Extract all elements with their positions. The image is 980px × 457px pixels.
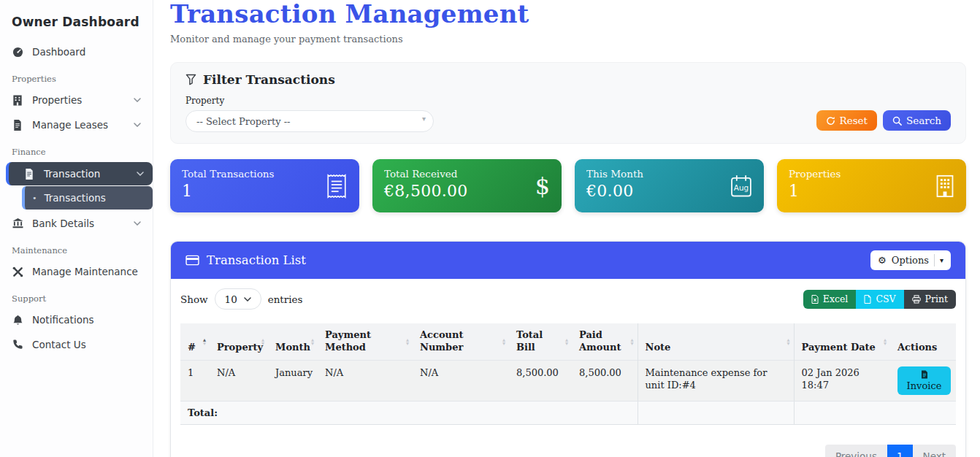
transaction-list-title: Transaction List	[185, 253, 306, 267]
total-date-cell	[794, 401, 890, 424]
chevron-down-icon	[137, 172, 144, 176]
page-size-value: 10	[225, 293, 237, 305]
column-header-payment-date[interactable]: Payment Date▴▾	[794, 323, 890, 360]
column-label: #	[188, 342, 196, 353]
refresh-icon	[826, 116, 835, 126]
sort-icon: ▴▾	[786, 338, 789, 345]
cell-month: January	[268, 360, 318, 401]
building-icon	[935, 174, 954, 198]
cell-account-number: N/A	[413, 360, 509, 401]
sidebar-item-dashboard[interactable]: Dashboard	[0, 39, 153, 64]
file-icon	[864, 295, 871, 304]
sidebar-item-contact-us[interactable]: Contact Us	[0, 332, 153, 357]
dollar-icon: $	[535, 174, 550, 198]
bullet-icon: •	[32, 193, 37, 203]
funnel-icon	[185, 74, 196, 85]
property-label: Property	[185, 96, 951, 106]
cell-actions: Invoice	[890, 360, 956, 401]
column-header-num[interactable]: #▴▾	[180, 323, 210, 360]
column-label: Note	[646, 342, 671, 353]
column-header-actions: Actions	[890, 323, 956, 360]
csv-button-label: CSV	[876, 293, 895, 304]
table-total-row: Total:	[180, 401, 956, 424]
column-label: Property	[217, 342, 263, 353]
stat-label: This Month	[586, 168, 752, 180]
cell-total-bill: 8,500.00	[509, 360, 572, 401]
search-button[interactable]: Search	[883, 110, 951, 131]
column-label: Actions	[897, 342, 937, 353]
credit-card-icon	[185, 255, 199, 266]
sort-icon: ▴▾	[565, 338, 568, 345]
column-label: Month	[275, 342, 310, 353]
column-header-note[interactable]: Note▴▾	[638, 323, 794, 360]
column-label: Payment Date	[802, 342, 876, 353]
page-subtitle: Monitor and manage your payment transact…	[170, 34, 966, 45]
invoice-button[interactable]: Invoice	[897, 366, 951, 395]
sidebar-item-transactions[interactable]: • Transactions	[22, 186, 153, 210]
property-select-value: -- Select Property --	[196, 116, 291, 127]
sidebar: Owner Dashboard Dashboard Properties Pro…	[0, 0, 153, 457]
stat-cards: Total Transactions 1 Total Received €8,5…	[170, 159, 966, 212]
column-header-payment-method[interactable]: Payment Method▴▾	[318, 323, 413, 360]
sort-icon: ▴▾	[203, 338, 206, 345]
sidebar-item-label: Dashboard	[32, 46, 85, 58]
reset-button[interactable]: Reset	[816, 110, 878, 131]
property-select[interactable]: -- Select Property -- ▾	[185, 110, 434, 132]
printer-icon	[912, 295, 921, 304]
calendar-icon: Aug	[730, 174, 752, 198]
total-actions-cell	[890, 401, 956, 424]
sort-icon: ▴▾	[261, 338, 264, 345]
svg-text:Aug: Aug	[734, 183, 749, 191]
chevron-down-icon	[134, 98, 141, 102]
print-button-label: Print	[925, 293, 948, 304]
column-header-month[interactable]: Month▴▾	[268, 323, 318, 360]
sidebar-item-transaction[interactable]: Transaction	[6, 162, 153, 185]
select-caret-icon: ▾	[422, 115, 426, 123]
table-header-row: #▴▾ Property▴▾ Month▴▾ Payment Method▴▾ …	[180, 323, 956, 360]
pagination: Previous 1 Next	[825, 445, 956, 457]
page-size-select[interactable]: 10	[215, 288, 261, 310]
pagination-previous[interactable]: Previous	[825, 445, 887, 457]
pagination-page-1[interactable]: 1	[887, 445, 913, 457]
main-content: Transaction Management Monitor and manag…	[153, 0, 980, 457]
sidebar-item-manage-maintenance[interactable]: Manage Maintenance	[0, 259, 153, 284]
sidebar-item-bank-details[interactable]: Bank Details	[0, 211, 153, 236]
total-note-cell	[638, 401, 794, 424]
sort-icon: ▴▾	[630, 338, 633, 345]
cell-payment-date: 02 Jan 2026 18:47	[794, 360, 890, 401]
excel-button[interactable]: Excel	[803, 290, 857, 309]
sidebar-item-notifications[interactable]: Notifications	[0, 307, 153, 332]
pagination-next[interactable]: Next	[913, 445, 956, 457]
sidebar-item-label: Manage Maintenance	[32, 266, 138, 277]
sidebar-item-label: Transactions	[45, 192, 106, 204]
print-button[interactable]: Print	[904, 290, 956, 309]
cell-payment-method: N/A	[318, 360, 413, 401]
sidebar-item-properties[interactable]: Properties	[0, 88, 153, 112]
column-label: Account Number	[420, 329, 464, 353]
stat-card-total-transactions: Total Transactions 1	[170, 159, 359, 212]
search-icon	[892, 116, 902, 126]
app-title: Owner Dashboard	[0, 1, 153, 39]
column-header-paid-amount[interactable]: Paid Amount▴▾	[572, 323, 638, 360]
stat-card-this-month: This Month €0.00 Aug	[575, 159, 764, 212]
options-button[interactable]: ⚙ Options ▾	[870, 250, 951, 270]
building-icon	[12, 95, 23, 106]
sidebar-item-manage-leases[interactable]: Manage Leases	[0, 112, 153, 137]
filter-title-text: Filter Transactions	[203, 72, 335, 87]
gear-icon: ⚙	[878, 255, 887, 266]
stat-label: Total Received	[384, 168, 550, 180]
column-header-account-number[interactable]: Account Number▴▾	[413, 323, 509, 360]
gauge-icon	[12, 47, 23, 58]
stat-card-properties: Properties 1	[777, 159, 966, 212]
cell-paid-amount: 8,500.00	[572, 360, 638, 401]
sidebar-item-label: Transaction	[44, 168, 100, 180]
column-header-total-bill[interactable]: Total Bill▴▾	[509, 323, 572, 360]
csv-button[interactable]: CSV	[856, 290, 903, 309]
export-button-group: Excel CSV Print	[803, 290, 956, 309]
file-invoice-icon	[23, 169, 35, 180]
entries-label: entries	[268, 293, 303, 305]
sidebar-item-label: Manage Leases	[32, 119, 108, 131]
total-label: Total:	[180, 401, 509, 424]
stat-card-total-received: Total Received €8,500.00 $	[372, 159, 562, 212]
column-header-property[interactable]: Property▴▾	[210, 323, 268, 360]
